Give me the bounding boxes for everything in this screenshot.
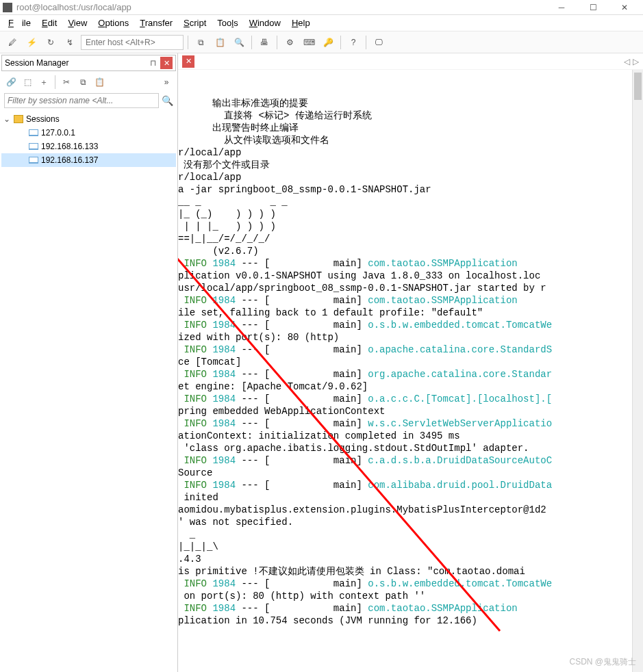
terminal-output[interactable]: 输出非标准选项的提要 直接将 <标记> 传递给运行时系统 出现警告时终止编译 从… <box>178 70 643 672</box>
session-label: 192.168.16.133 <box>41 142 98 151</box>
menu-edit[interactable]: Edit <box>38 16 61 29</box>
quick-connect-icon[interactable]: ⚡ <box>23 34 40 51</box>
print-icon[interactable]: 🖶 <box>256 34 273 51</box>
menu-help[interactable]: Help <box>288 16 314 29</box>
find-icon[interactable]: 🔍 <box>231 34 247 51</box>
tree-root-label: Sessions <box>26 114 60 124</box>
screen-icon[interactable]: 🖵 <box>370 34 387 51</box>
tab-next-icon[interactable]: ▷ <box>633 57 639 66</box>
add-icon[interactable]: ＋ <box>37 75 51 89</box>
panel-title: Session Manager <box>5 58 147 68</box>
session-item[interactable]: 192.168.16.133 <box>1 140 176 153</box>
menu-tools[interactable]: Tools <box>213 16 242 29</box>
content-area: ✕ ◁ ▷ 输出非标准选项的提要 直接将 <标记> 传递给运行时系统 出现警告时… <box>178 53 643 672</box>
panel-toolbar: 🔗 ⬚ ＋ ✂ ⧉ 📋 » <box>0 73 177 92</box>
menu-options[interactable]: Options <box>94 16 133 29</box>
new-session-icon[interactable]: ⬚ <box>21 75 34 89</box>
paste2-icon[interactable]: 📋 <box>92 75 106 89</box>
connect-icon[interactable]: 🖉 <box>4 34 21 51</box>
host-icon <box>29 143 38 150</box>
chevron-down-icon[interactable]: ⌄ <box>3 114 11 124</box>
session-item[interactable]: 127.0.0.1 <box>1 126 176 140</box>
main-toolbar: 🖉 ⚡ ↻ ↯ ⧉ 📋 🔍 🖶 ⚙ ⌨ 🔑 ? 🖵 <box>0 31 643 53</box>
host-icon <box>29 129 38 136</box>
filter-input[interactable] <box>4 93 159 108</box>
session-manager-panel: Session Manager ⊓ ✕ 🔗 ⬚ ＋ ✂ ⧉ 📋 » 🔍 ⌄ Se… <box>0 53 178 672</box>
terminal-scrollbar[interactable] <box>632 70 643 672</box>
window-title: root@localhost:/usr/local/app <box>16 2 546 12</box>
close-window-button[interactable]: ✕ <box>609 1 640 14</box>
cut-icon[interactable]: ✂ <box>60 75 73 89</box>
host-input[interactable] <box>81 35 184 50</box>
scrollbar-thumb[interactable] <box>634 73 642 100</box>
minimize-button[interactable]: ─ <box>546 1 577 14</box>
copy2-icon[interactable]: ⧉ <box>76 75 90 89</box>
search-icon[interactable]: 🔍 <box>162 95 173 106</box>
folder-icon <box>14 115 23 123</box>
key-icon[interactable]: 🔑 <box>320 34 336 51</box>
app-icon <box>3 3 12 12</box>
tab-prev-icon[interactable]: ◁ <box>624 57 630 66</box>
menu-script[interactable]: Script <box>179 16 210 29</box>
keyboard-icon[interactable]: ⌨ <box>301 34 317 51</box>
copy-icon[interactable]: ⧉ <box>192 34 209 51</box>
link-icon[interactable]: 🔗 <box>4 75 18 89</box>
session-label: 127.0.0.1 <box>41 128 75 138</box>
panel-header: Session Manager ⊓ ✕ <box>1 55 176 71</box>
paste-icon[interactable]: 📋 <box>212 34 228 51</box>
tab-row: ✕ ◁ ▷ <box>178 53 643 70</box>
tab-close-button[interactable]: ✕ <box>182 55 194 68</box>
session-label: 192.168.16.137 <box>41 155 98 165</box>
titlebar: root@localhost:/usr/local/app ─ ☐ ✕ <box>0 0 643 15</box>
overflow-icon[interactable]: » <box>160 75 173 89</box>
pin-icon[interactable]: ⊓ <box>147 57 159 69</box>
tree-root[interactable]: ⌄ Sessions <box>1 112 176 126</box>
panel-close-button[interactable]: ✕ <box>160 57 173 69</box>
host-icon <box>29 157 38 164</box>
settings-icon[interactable]: ⚙ <box>281 34 298 51</box>
menu-file[interactable]: File <box>4 16 35 29</box>
menu-bar: File Edit View Options Transfer Script T… <box>0 15 643 31</box>
session-item[interactable]: 192.168.16.137 <box>1 153 176 167</box>
reconnect-icon[interactable]: ↻ <box>42 34 59 51</box>
disconnect-icon[interactable]: ↯ <box>62 34 78 51</box>
session-tree[interactable]: ⌄ Sessions 127.0.0.1192.168.16.133192.16… <box>0 109 177 672</box>
menu-view[interactable]: View <box>64 16 91 29</box>
watermark: CSDN @鬼鬼骑士 <box>569 656 636 668</box>
help-icon[interactable]: ? <box>345 34 362 51</box>
menu-transfer[interactable]: Transfer <box>136 16 177 29</box>
maximize-button[interactable]: ☐ <box>577 1 609 14</box>
menu-window[interactable]: Window <box>245 16 285 29</box>
